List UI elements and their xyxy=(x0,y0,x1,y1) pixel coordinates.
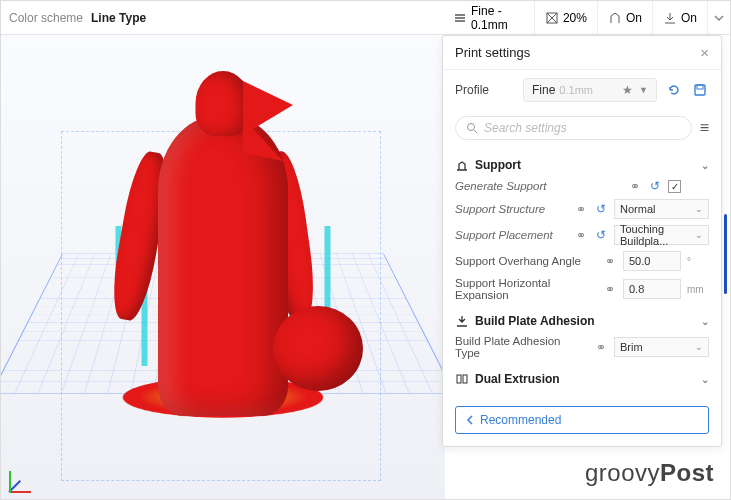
select-support-structure[interactable]: Normal⌄ xyxy=(614,199,709,219)
print-summary-bar: Fine - 0.1mm 20% On On xyxy=(443,1,730,35)
quality-summary[interactable]: Fine - 0.1mm xyxy=(443,1,534,34)
section-header-adhesion[interactable]: Build Plate Adhesion ⌄ xyxy=(455,310,709,332)
section-support: Support ⌄ Generate Support ⚭ ↺ ✓ Support… xyxy=(455,154,709,304)
profile-selector[interactable]: Fine 0.1mm ★ ▼ xyxy=(523,78,657,102)
infill-icon xyxy=(545,11,559,25)
link-icon[interactable]: ⚭ xyxy=(574,202,588,216)
setting-label: Support Horizontal Expansion xyxy=(455,277,597,301)
support-summary[interactable]: On xyxy=(597,1,652,34)
setting-label: Support Placement xyxy=(455,229,568,241)
reset-icon[interactable]: ↺ xyxy=(594,202,608,216)
chevron-down-icon: ⌄ xyxy=(701,316,709,327)
chevron-down-icon: ⌄ xyxy=(701,160,709,171)
menu-icon[interactable]: ≡ xyxy=(700,119,709,137)
search-row: Search settings ≡ xyxy=(443,110,721,148)
color-scheme-value[interactable]: Line Type xyxy=(91,11,146,25)
setting-support-structure: Support Structure ⚭ ↺ Normal⌄ xyxy=(455,196,709,222)
setting-label: Support Structure xyxy=(455,203,568,215)
select-support-placement[interactable]: Touching Buildpla...⌄ xyxy=(614,225,709,245)
checkbox-generate-support[interactable]: ✓ xyxy=(668,180,681,193)
model-part xyxy=(158,116,288,416)
print-settings-panel: Print settings × Profile Fine 0.1mm ★ ▼ … xyxy=(442,35,722,447)
setting-adhesion-type: Build Plate Adhesion Type ⚭ Brim⌄ xyxy=(455,332,709,362)
setting-overhang-angle: Support Overhang Angle ⚭ ° xyxy=(455,248,709,274)
chevron-left-icon xyxy=(466,415,474,425)
panel-title: Print settings xyxy=(455,45,530,60)
section-adhesion: Build Plate Adhesion ⌄ Build Plate Adhes… xyxy=(455,310,709,362)
recommended-label: Recommended xyxy=(480,413,561,427)
infill-value: 20% xyxy=(563,11,587,25)
section-title: Support xyxy=(475,158,521,172)
section-dual-extrusion: Dual Extrusion ⌄ xyxy=(455,368,709,390)
support-icon xyxy=(608,11,622,25)
axis-gizmo[interactable] xyxy=(9,463,39,493)
axis-x-icon xyxy=(9,491,31,493)
chevron-down-icon: ▼ xyxy=(639,85,648,95)
adhesion-summary[interactable]: On xyxy=(652,1,707,34)
unit-label: ° xyxy=(687,256,709,267)
star-icon: ★ xyxy=(622,83,633,97)
model-part xyxy=(196,71,251,136)
profile-row: Profile Fine 0.1mm ★ ▼ xyxy=(443,70,721,110)
sliced-model[interactable] xyxy=(113,71,333,451)
watermark: groovyPost xyxy=(585,459,714,487)
adhesion-value: On xyxy=(681,11,697,25)
svg-point-3 xyxy=(468,124,475,131)
layers-icon xyxy=(453,11,467,25)
svg-rect-5 xyxy=(463,375,467,383)
quality-value: Fine - 0.1mm xyxy=(471,4,524,32)
support-value: On xyxy=(626,11,642,25)
section-title: Dual Extrusion xyxy=(475,372,560,386)
panel-header: Print settings × xyxy=(443,36,721,70)
section-header-dual[interactable]: Dual Extrusion ⌄ xyxy=(455,368,709,390)
close-icon[interactable]: × xyxy=(700,44,709,61)
link-icon[interactable]: ⚭ xyxy=(603,282,617,296)
axis-y-icon xyxy=(9,471,11,493)
support-icon xyxy=(455,158,469,172)
unit-label: mm xyxy=(687,284,709,295)
select-adhesion-type[interactable]: Brim⌄ xyxy=(614,337,709,357)
dual-extrusion-icon xyxy=(455,372,469,386)
setting-generate-support: Generate Support ⚭ ↺ ✓ xyxy=(455,176,709,196)
search-input[interactable]: Search settings xyxy=(455,116,692,140)
profile-detail: 0.1mm xyxy=(559,84,593,96)
scrollbar-thumb[interactable] xyxy=(724,214,727,294)
chevron-down-icon: ⌄ xyxy=(701,374,709,385)
profile-name: Fine xyxy=(532,83,555,97)
preview-viewport[interactable] xyxy=(1,35,445,500)
setting-label: Support Overhang Angle xyxy=(455,255,597,267)
link-icon[interactable]: ⚭ xyxy=(628,179,642,193)
model-part xyxy=(243,81,293,161)
settings-body: Support ⌄ Generate Support ⚭ ↺ ✓ Support… xyxy=(443,154,721,398)
link-icon[interactable]: ⚭ xyxy=(603,254,617,268)
section-title: Build Plate Adhesion xyxy=(475,314,595,328)
setting-support-placement: Support Placement ⚭ ↺ Touching Buildpla.… xyxy=(455,222,709,248)
search-placeholder: Search settings xyxy=(484,121,567,135)
model-part xyxy=(273,306,363,391)
setting-label: Generate Support xyxy=(455,180,622,192)
profile-label: Profile xyxy=(455,83,515,97)
input-horizontal-expansion[interactable] xyxy=(623,279,681,299)
adhesion-icon xyxy=(455,314,469,328)
recommended-button[interactable]: Recommended xyxy=(455,406,709,434)
input-overhang-angle[interactable] xyxy=(623,251,681,271)
reset-profile-icon[interactable] xyxy=(665,81,683,99)
setting-label: Build Plate Adhesion Type xyxy=(455,335,588,359)
infill-summary[interactable]: 20% xyxy=(534,1,597,34)
link-icon[interactable]: ⚭ xyxy=(574,228,588,242)
summary-dropdown[interactable] xyxy=(707,1,730,34)
setting-horizontal-expansion: Support Horizontal Expansion ⚭ mm xyxy=(455,274,709,304)
link-icon[interactable]: ⚭ xyxy=(594,340,608,354)
svg-rect-4 xyxy=(457,375,461,383)
color-scheme-label: Color scheme xyxy=(9,11,83,25)
section-header-support[interactable]: Support ⌄ xyxy=(455,154,709,176)
search-icon xyxy=(466,122,478,134)
adhesion-icon xyxy=(663,11,677,25)
save-profile-icon[interactable] xyxy=(691,81,709,99)
reset-icon[interactable]: ↺ xyxy=(594,228,608,242)
reset-icon[interactable]: ↺ xyxy=(648,179,662,193)
